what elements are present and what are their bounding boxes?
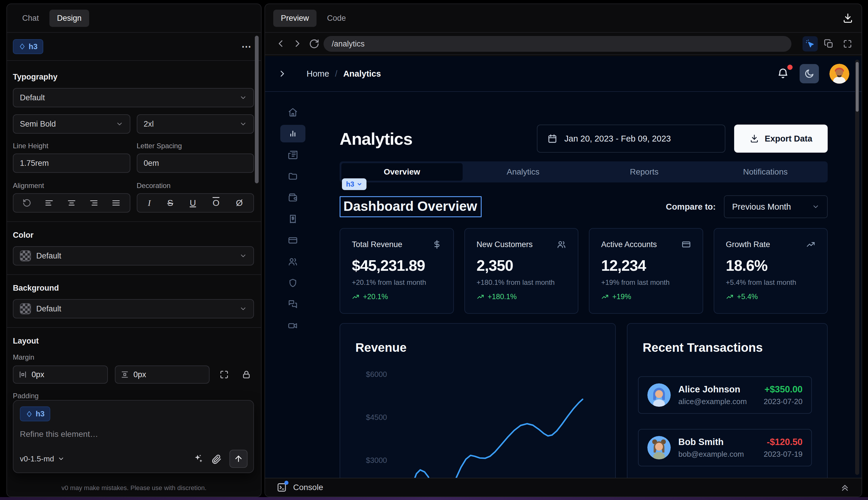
credit-card-icon [682,240,691,249]
paperclip-icon[interactable] [211,454,222,464]
fullscreen-icon[interactable] [840,36,855,52]
color-select[interactable]: Default [13,246,254,265]
sidebar-item-files[interactable] [280,168,305,185]
notifications-bell-icon[interactable] [777,68,789,80]
stat-card-growth-rate[interactable]: Growth Rate 18.6% +5.4% from last month … [714,228,828,314]
margin-expand-icon[interactable] [217,370,232,379]
align-center-icon[interactable] [67,198,76,207]
compare-select[interactable]: Previous Month [724,195,828,218]
user-avatar[interactable] [830,64,849,84]
margin-x-input[interactable]: 0px [13,365,108,384]
sidebar-item-home[interactable] [280,103,305,121]
tab-reports[interactable]: Reports [583,163,705,181]
trending-up-icon [477,293,484,300]
export-data-label: Export Data [765,134,812,144]
notification-dot [787,65,792,70]
preview-scrollbar[interactable] [855,60,859,475]
tab-design[interactable]: Design [49,10,89,27]
sparkles-icon[interactable] [193,454,204,464]
tab-notifications[interactable]: Notifications [705,163,826,181]
sidebar-item-customers[interactable] [280,253,305,271]
background-select[interactable]: Default [13,299,254,318]
layout-section-label: Layout [13,337,254,345]
chevrons-up-icon[interactable] [840,482,850,492]
align-left-icon[interactable] [45,198,54,207]
strikethrough-icon[interactable]: S [167,198,173,208]
align-right-icon[interactable] [90,198,98,207]
tab-chat[interactable]: Chat [15,10,46,27]
back-icon[interactable] [275,38,286,49]
tab-overview[interactable]: Overview [342,163,463,181]
margin-lock-icon[interactable] [239,370,254,379]
chevron-down-icon [116,120,123,128]
line-height-input[interactable]: 1.75rem [13,154,130,173]
stat-card-active-accounts[interactable]: Active Accounts 12,234 +19% from last mo… [589,228,703,314]
diamond-icon [19,43,26,50]
sidebar-item-cards[interactable] [280,231,305,249]
v0-app: { "colors": { "accent": "#3b82f6", "gree… [0,0,868,500]
prompt-element-badge[interactable]: h3 [20,407,50,421]
align-justify-icon[interactable] [112,198,120,207]
sidebar-item-receipts[interactable] [280,210,305,228]
tab-analytics[interactable]: Analytics [463,163,584,181]
inspect-pointer-icon[interactable] [802,36,818,52]
transactions-title: Recent Transactions [643,341,763,355]
sidebar-item-wallet[interactable] [280,189,305,206]
undo-icon[interactable] [23,198,31,207]
letter-spacing-value: 0em [144,159,159,168]
stat-card-total-revenue[interactable]: Total Revenue $45,231.89 +20.1% from las… [339,228,454,314]
element-menu-icon[interactable]: ⋯ [241,41,252,52]
sidebar-item-security[interactable] [280,274,305,292]
underline-icon[interactable]: U [190,198,196,208]
download-icon[interactable] [842,13,853,24]
section-title-selected[interactable]: Dashboard Overview [339,196,482,217]
sidebar-item-analytics[interactable] [280,125,305,143]
sidebar-item-video[interactable] [280,317,305,334]
left-panel-scrollbar[interactable] [255,36,259,183]
breadcrumb-home[interactable]: Home [306,69,329,79]
date-range-picker[interactable]: Jan 20, 2023 - Feb 09, 2023 [537,125,725,152]
users-icon [288,257,298,267]
italic-icon[interactable]: I [148,198,151,208]
element-selection-badge[interactable]: h3 [342,178,367,190]
breadcrumb: Home / Analytics [306,69,381,79]
console-icon [277,482,287,492]
breadcrumb-separator: / [335,69,337,79]
console-bar[interactable]: Console [265,478,861,497]
copy-icon[interactable] [821,36,836,52]
theme-toggle-button[interactable] [800,64,819,83]
export-data-button[interactable]: Export Data [734,125,828,152]
transaction-row[interactable]: Alice Johnson alice@example.com +$350.00… [638,376,812,414]
overline-icon[interactable]: O [212,198,219,208]
selected-element-badge[interactable]: h3 [13,39,43,54]
url-bar[interactable]: /analytics [324,36,791,52]
sidebar-item-news[interactable] [280,146,305,164]
sidebar-toggle-icon[interactable] [277,69,287,79]
forward-icon[interactable] [292,38,303,49]
folder-icon [288,171,298,181]
prompt-input[interactable]: Refine this element… [20,430,247,439]
shield-icon [288,278,298,288]
font-weight-select[interactable]: Semi Bold [13,114,130,134]
preview-tabs-row: Preview Code [265,4,861,33]
page-title: Analytics [339,129,412,149]
tab-preview[interactable]: Preview [273,10,316,27]
refresh-icon[interactable] [309,38,320,49]
line-height-label: Line Height [13,142,130,150]
trending-up-icon [601,293,609,300]
font-size-select[interactable]: 2xl [137,114,254,134]
letter-spacing-input[interactable]: 0em [137,154,254,173]
no-decoration-icon[interactable]: Ø [236,198,243,208]
stat-value: 2,350 [477,257,566,274]
sidebar-item-messages[interactable] [280,296,305,313]
margin-y-input[interactable]: 0px [115,365,210,384]
transaction-row[interactable]: Bob Smith bob@example.com -$120.50 2023-… [638,429,812,466]
preview-scrollbar-thumb[interactable] [856,62,859,112]
stat-card-new-customers[interactable]: New Customers 2,350 +180.1% from last mo… [464,228,579,314]
decoration-group: I S U O Ø [137,193,254,213]
font-family-select[interactable]: Default [13,88,254,107]
send-button[interactable] [229,450,247,468]
model-select[interactable]: v0-1.5-md [20,454,65,464]
tab-code[interactable]: Code [320,10,354,27]
dashboard-header: Home / Analytics [265,56,861,92]
